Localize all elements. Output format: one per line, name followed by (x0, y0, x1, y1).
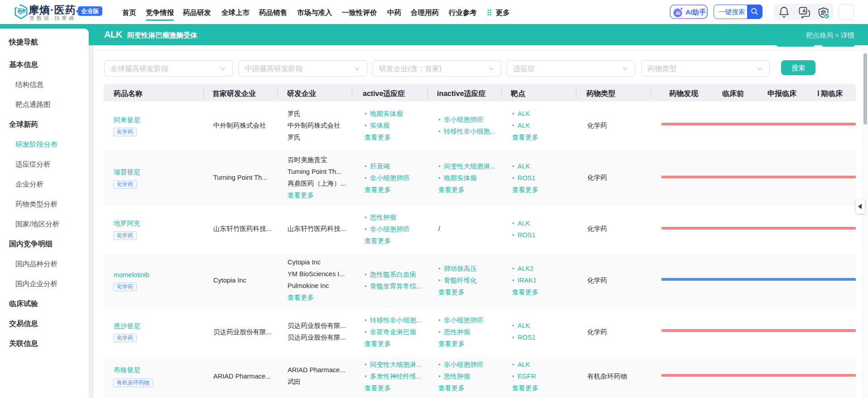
svg-text:AI: AI (675, 10, 681, 16)
